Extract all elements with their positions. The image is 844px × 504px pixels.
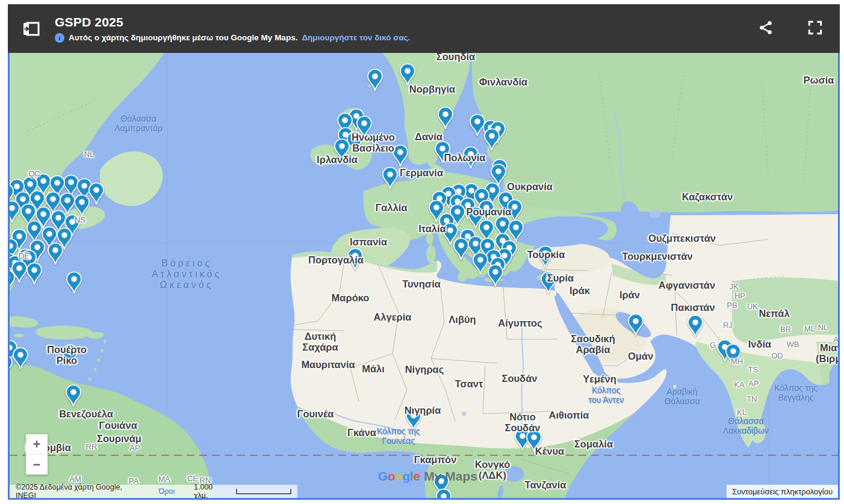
attribution-bar: ©2025 Δεδομένα χάρτη Google, INEGI Όροι … xyxy=(10,485,297,498)
share-icon xyxy=(758,20,774,35)
map-canvas[interactable]: ΣουηδίαΝορβηγίαΦινλανδίαΡωσίαΔανίαΗνωμέν… xyxy=(8,53,840,500)
land-russia xyxy=(472,53,838,214)
map-data-attribution: ©2025 Δεδομένα χάρτη Google, INEGI xyxy=(16,483,139,500)
map-title: GSPD 2025 xyxy=(55,14,410,30)
embed-header: GSPD 2025 i Αυτός ο χάρτης δημιουργήθηκε… xyxy=(8,4,840,53)
map-pin[interactable] xyxy=(436,489,451,498)
scale-bar xyxy=(236,489,291,494)
fullscreen-button[interactable] xyxy=(807,20,823,37)
fullscreen-icon xyxy=(807,20,823,35)
side-panel-toggle-button[interactable] xyxy=(21,19,42,39)
terms-link[interactable]: Όροι xyxy=(158,487,175,496)
info-icon: i xyxy=(55,33,64,43)
map-subtitle: Αυτός ο χάρτης δημιουργήθηκε μέσω του Go… xyxy=(69,33,297,42)
zoom-in-button[interactable]: + xyxy=(26,434,48,454)
caspian-sea xyxy=(621,201,640,265)
side-panel-icon xyxy=(21,19,42,39)
zoom-control: + − xyxy=(26,434,48,475)
zoom-out-button[interactable]: − xyxy=(26,455,48,475)
create-your-own-link[interactable]: Δημιουργήστε τον δικό σας. xyxy=(302,33,410,42)
keyboard-shortcuts-button[interactable]: Συντομεύσεις πληκτρολογίου xyxy=(727,485,838,498)
scale-label: 1.000 χλμ. xyxy=(194,483,228,500)
share-button[interactable] xyxy=(758,20,774,37)
map-graphics xyxy=(10,53,838,498)
map-embed-frame: GSPD 2025 i Αυτός ο χάρτης δημιουργήθηκε… xyxy=(8,4,840,500)
